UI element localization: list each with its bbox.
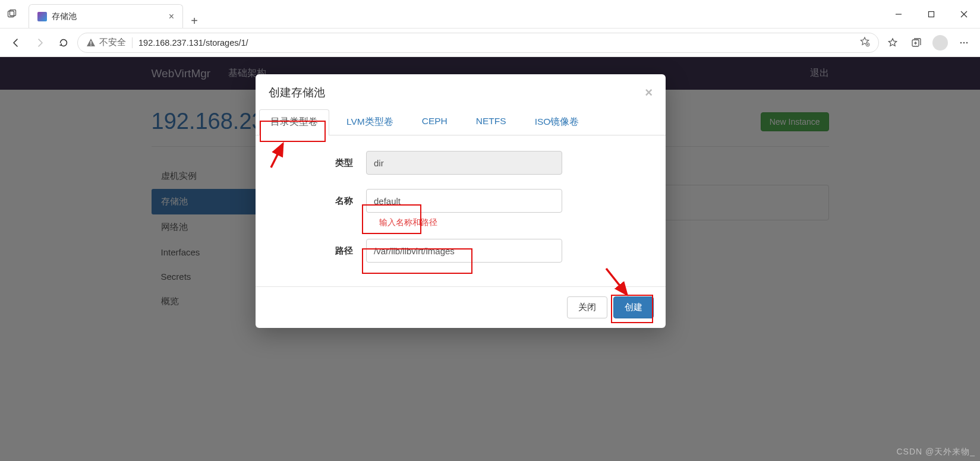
address-bar[interactable]: 不安全 192.168.237.131/storages/1/ <box>77 33 879 53</box>
svg-rect-6 <box>90 41 91 44</box>
favicon-icon <box>37 12 47 21</box>
tab-actions-icon[interactable] <box>0 0 24 28</box>
minimize-icon[interactable] <box>882 0 915 28</box>
back-button[interactable] <box>6 33 26 53</box>
star-add-icon[interactable] <box>859 36 870 49</box>
forward-button[interactable] <box>30 33 50 53</box>
input-type <box>366 151 562 175</box>
label-path: 路径 <box>271 245 366 257</box>
security-indicator[interactable]: 不安全 <box>86 37 126 48</box>
svg-point-15 <box>963 42 965 43</box>
modal-tabs: 目录类型卷 LVM类型卷 CEPH NETFS ISO镜像卷 <box>256 109 666 135</box>
url-text: 192.168.237.131/storages/1/ <box>138 38 853 48</box>
divider <box>132 37 133 48</box>
browser-toolbar: 不安全 192.168.237.131/storages/1/ <box>0 29 980 57</box>
watermark: CSDN @天外来物_ <box>896 447 975 457</box>
refresh-button[interactable] <box>53 33 74 53</box>
profile-button[interactable] <box>930 33 950 53</box>
create-storage-modal: 创建存储池 × 目录类型卷 LVM类型卷 CEPH NETFS ISO镜像卷 类… <box>256 74 666 328</box>
svg-rect-7 <box>90 45 91 46</box>
tab-dir[interactable]: 目录类型卷 <box>259 109 329 135</box>
tab-title: 存储池 <box>52 11 77 22</box>
close-window-icon[interactable] <box>947 0 980 28</box>
modal-close-button[interactable]: 关闭 <box>567 296 607 318</box>
modal-create-button[interactable]: 创建 <box>613 296 654 318</box>
tab-netfs[interactable]: NETFS <box>465 109 518 135</box>
browser-tab[interactable]: 存储池 × <box>29 4 183 28</box>
avatar-icon <box>932 35 948 50</box>
tab-close-icon[interactable]: × <box>169 11 174 22</box>
collections-icon[interactable] <box>906 33 927 53</box>
new-tab-button[interactable]: + <box>183 14 206 28</box>
modal-close-icon[interactable]: × <box>645 85 653 100</box>
tab-ceph[interactable]: CEPH <box>411 109 459 135</box>
input-name[interactable] <box>366 189 562 213</box>
more-menu-icon[interactable] <box>954 33 974 53</box>
modal-title: 创建存储池 <box>269 85 325 100</box>
svg-point-16 <box>966 42 968 43</box>
tab-lvm[interactable]: LVM类型卷 <box>335 109 405 135</box>
form-hint: 输入名称和路径 <box>379 217 650 228</box>
warning-icon <box>86 38 96 48</box>
svg-rect-3 <box>928 11 934 17</box>
window-controls <box>882 0 980 28</box>
tab-iso[interactable]: ISO镜像卷 <box>524 109 591 135</box>
maximize-icon[interactable] <box>915 0 947 28</box>
browser-titlebar: 存储池 × + <box>0 0 980 29</box>
security-label: 不安全 <box>99 37 126 48</box>
input-path[interactable] <box>366 239 562 263</box>
label-name: 名称 <box>271 195 366 207</box>
label-type: 类型 <box>271 157 366 169</box>
favorites-icon[interactable] <box>883 33 903 53</box>
svg-point-14 <box>960 42 962 43</box>
